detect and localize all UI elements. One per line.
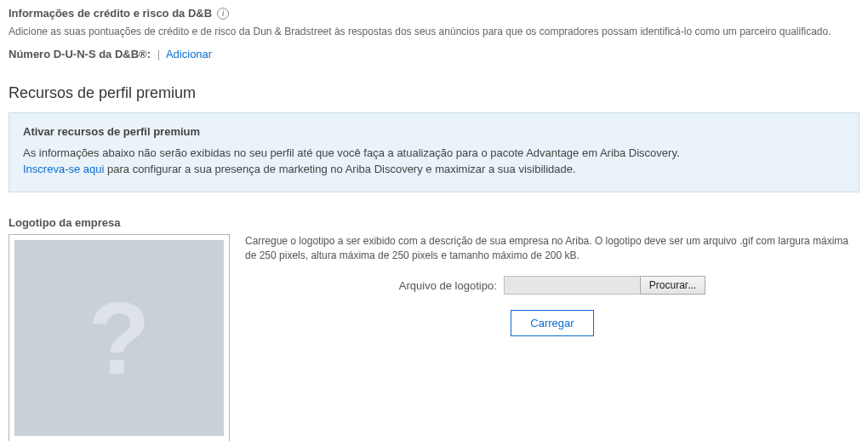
premium-notice-box: Ativar recursos de perfil premium As inf…: [9, 112, 859, 192]
logo-section-label: Logotipo da empresa: [9, 216, 859, 229]
question-mark-icon: ?: [88, 287, 150, 389]
browse-button[interactable]: Procurar...: [640, 276, 705, 295]
premium-heading: Recursos de perfil premium: [9, 84, 859, 102]
separator: |: [157, 48, 160, 60]
premium-notice-title: Ativar recursos de perfil premium: [23, 125, 845, 138]
premium-notice-line1: As informações abaixo não serão exibidas…: [23, 146, 680, 159]
logo-preview-frame: ?: [9, 234, 230, 441]
logo-upload-help: Carregue o logotipo a ser exibido com a …: [245, 234, 859, 263]
premium-notice-line2: para configurar a sua presença de market…: [104, 163, 575, 175]
dnb-description: Adicione as suas pontuações de crédito e…: [9, 25, 859, 39]
logo-placeholder: ?: [14, 240, 224, 436]
logo-file-name-box: [504, 276, 640, 295]
dnb-section-title: Informações de crédito e risco da D&B: [9, 7, 212, 20]
add-duns-link[interactable]: Adicionar: [166, 48, 212, 60]
info-icon[interactable]: i: [217, 8, 229, 20]
duns-number-label: Número D-U-N-S da D&B®:: [9, 48, 151, 60]
logo-file-label: Arquivo de logotipo:: [399, 279, 497, 292]
load-button[interactable]: Carregar: [511, 310, 593, 336]
signup-link[interactable]: Inscreva-se aqui: [23, 163, 104, 175]
